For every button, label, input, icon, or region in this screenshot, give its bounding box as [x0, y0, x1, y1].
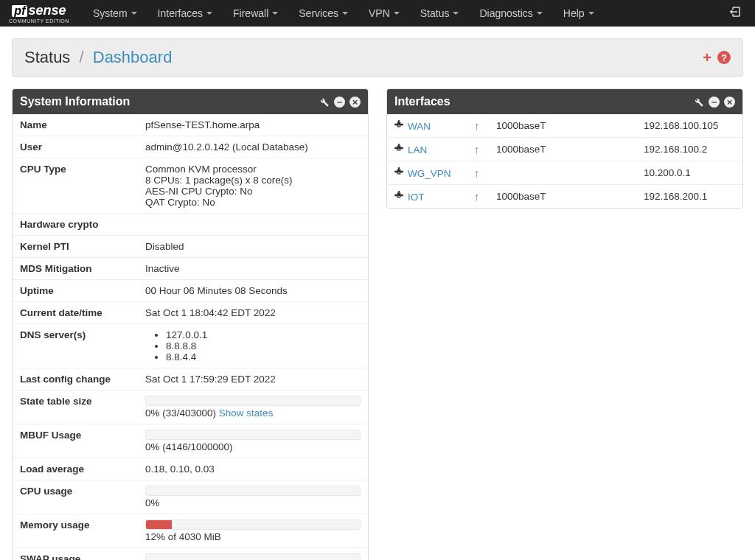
minimize-icon[interactable]: − — [709, 97, 720, 108]
row-value: 0% — [138, 480, 368, 514]
brand-logo[interactable]: pf sense COMMUNITY EDITION — [9, 4, 69, 24]
interface-row: WAN↑1000baseT 192.168.100.105 — [387, 114, 742, 138]
svg-rect-11 — [398, 167, 400, 169]
interface-media — [490, 161, 638, 185]
nav-help[interactable]: Help — [553, 0, 605, 27]
caret-icon — [588, 12, 594, 15]
show-states-link[interactable]: Show states — [219, 407, 274, 419]
row-value: Sat Oct 1 18:04:42 EDT 2022 — [138, 302, 368, 324]
interface-link[interactable]: IOT — [408, 192, 425, 203]
interface-link[interactable]: WAN — [408, 121, 431, 132]
nav-interfaces[interactable]: Interfaces — [147, 0, 223, 27]
nav-services[interactable]: Services — [288, 0, 358, 27]
row-label: Load average — [13, 458, 138, 480]
close-icon[interactable]: × — [349, 97, 361, 108]
svg-rect-4 — [395, 124, 402, 125]
caret-icon — [394, 12, 400, 15]
row-label: Current date/time — [13, 302, 138, 324]
row-value: 0% (4146/1000000) — [138, 424, 368, 458]
svg-rect-16 — [398, 191, 400, 192]
breadcrumb-root[interactable]: Status — [24, 48, 70, 66]
brand-edition: COMMUNITY EDITION — [9, 18, 69, 24]
wrench-icon[interactable] — [318, 96, 330, 108]
status-up-icon: ↑ — [474, 119, 480, 132]
close-icon[interactable]: × — [724, 97, 735, 108]
interfaces-panel: Interfaces − × WAN↑1000baseT 192.168.100… — [386, 88, 743, 209]
interface-ip: 192.168.100.2 — [638, 138, 742, 161]
nav-vpn[interactable]: VPN — [358, 0, 410, 27]
row-value: 127.0.0.1 8.8.8.8 8.8.4.4 — [138, 324, 368, 368]
row-label: MDS Mitigation — [13, 258, 138, 280]
interface-link[interactable]: WG_VPN — [408, 168, 451, 179]
brand-pf: pf — [12, 5, 27, 17]
interface-row: IOT↑1000baseT 192.168.200.1 — [387, 185, 742, 209]
status-up-icon: ↑ — [474, 190, 480, 203]
mbuf-progress — [145, 430, 361, 440]
caret-icon — [272, 12, 278, 15]
row-value: 0.18, 0.10, 0.03 — [138, 458, 368, 480]
caret-icon — [453, 12, 459, 15]
help-button[interactable]: ? — [717, 51, 731, 64]
row-label: Hardware crypto — [13, 214, 138, 236]
wrench-icon[interactable] — [692, 96, 704, 108]
nav-diagnostics[interactable]: Diagnostics — [469, 0, 552, 27]
row-value: admin@10.2.0.142 (Local Database) — [138, 136, 368, 158]
row-value: Inactive — [138, 258, 368, 280]
nav-system[interactable]: System — [83, 0, 147, 27]
panel-heading: System Information − × — [13, 89, 368, 114]
row-value: 12% of 4030 MiB — [138, 514, 368, 548]
row-label: CPU Type — [13, 158, 138, 214]
add-widget-button[interactable]: + — [703, 49, 711, 66]
row-label: State table size — [13, 391, 138, 424]
row-label: User — [13, 136, 138, 158]
row-value: 0% of 1024 MiB — [138, 548, 368, 561]
caret-icon — [206, 12, 212, 15]
row-label: SWAP usage — [13, 548, 138, 561]
interface-ip: 10.200.0.1 — [638, 161, 742, 185]
system-info-table: NamepfSense-TEST.home.arpa Useradmin@10.… — [13, 114, 368, 560]
row-label: Kernel PTI — [13, 236, 138, 258]
page-header: Status / Dashboard + ? — [12, 38, 743, 77]
row-label: Name — [13, 114, 138, 136]
row-value: 00 Hour 06 Minutes 08 Seconds — [138, 280, 368, 302]
row-label: Last config change — [13, 368, 138, 391]
svg-rect-8 — [398, 146, 399, 148]
interface-row: LAN↑1000baseT 192.168.100.2 — [387, 138, 742, 161]
sitemap-icon — [393, 168, 405, 179]
logout-icon[interactable] — [724, 5, 746, 22]
caret-icon — [342, 12, 348, 15]
nav-firewall[interactable]: Firewall — [223, 0, 288, 27]
interface-ip: 192.168.100.105 — [638, 114, 742, 138]
minimize-icon[interactable]: − — [334, 97, 345, 108]
row-label: MBUF Usage — [13, 424, 138, 458]
interface-row: WG_VPN↑10.200.0.1 — [387, 161, 742, 185]
row-value: Common KVM processor 8 CPUs: 1 package(s… — [138, 158, 368, 214]
svg-rect-14 — [395, 171, 402, 172]
interface-link[interactable]: LAN — [408, 144, 427, 155]
panel-heading: Interfaces − × — [387, 89, 742, 114]
svg-rect-9 — [395, 147, 402, 148]
panel-title: System Information — [20, 95, 130, 108]
row-label: Memory usage — [13, 514, 138, 548]
status-up-icon: ↑ — [474, 143, 480, 155]
breadcrumb-page[interactable]: Dashboard — [93, 48, 173, 66]
nav-status[interactable]: Status — [410, 0, 470, 27]
dashboard: System Information − × NamepfSense-TEST.… — [0, 88, 755, 560]
svg-rect-19 — [395, 195, 402, 195]
interface-ip: 192.168.200.1 — [638, 185, 742, 209]
interface-media: 1000baseT — [490, 185, 638, 209]
sitemap-icon — [393, 192, 405, 203]
sitemap-icon — [393, 144, 405, 155]
row-value: Sat Oct 1 17:59:29 EDT 2022 — [138, 368, 368, 391]
breadcrumb-sep: / — [80, 48, 84, 66]
state-progress — [145, 396, 361, 406]
cpu-progress — [145, 486, 361, 496]
svg-rect-3 — [398, 122, 399, 125]
caret-icon — [131, 12, 137, 15]
row-value: 0% (33/403000) Show states — [138, 391, 368, 424]
svg-rect-6 — [398, 144, 400, 145]
mem-progress — [145, 519, 361, 530]
sitemap-icon — [393, 121, 405, 132]
svg-rect-1 — [398, 120, 400, 122]
brand-sense: sense — [28, 4, 66, 17]
